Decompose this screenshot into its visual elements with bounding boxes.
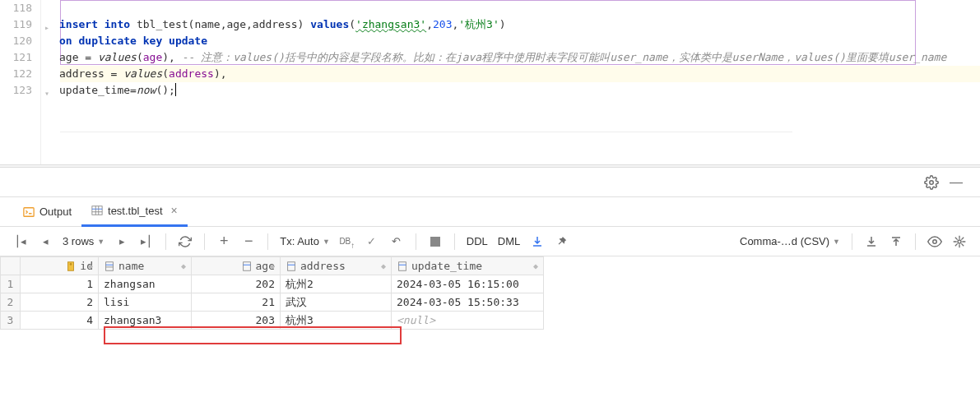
pin-button[interactable] [551, 231, 573, 252]
svg-rect-12 [106, 261, 114, 270]
cell[interactable]: 武汉 [281, 293, 392, 312]
next-page-button[interactable]: ▸ [111, 231, 132, 252]
svg-rect-2 [92, 206, 102, 215]
column-header-age[interactable]: age ◆ [192, 257, 281, 275]
view-mode-button[interactable] [924, 231, 945, 252]
refresh-button[interactable] [174, 231, 196, 252]
tab-result-grid[interactable]: test.tbl_test × [81, 197, 188, 227]
download-button[interactable] [861, 231, 882, 252]
tab-label: test.tbl_test [108, 205, 162, 217]
close-icon[interactable]: × [171, 204, 178, 217]
tab-output[interactable]: Output [13, 197, 81, 227]
cell[interactable]: 1 [21, 275, 99, 293]
column-header-update-time[interactable]: update_time ◆ [392, 257, 544, 275]
row-number: 3 [1, 312, 21, 330]
column-header-address[interactable]: address ◆ [281, 257, 392, 275]
svg-rect-1 [24, 207, 34, 216]
caret [175, 83, 176, 96]
code-text[interactable]: ▸insert into tbl_test(name,age,address) … [41, 0, 980, 164]
column-icon [104, 261, 115, 272]
export-format[interactable]: Comma-…d (CSV)▼ [736, 235, 843, 247]
hide-icon[interactable]: — [949, 175, 964, 190]
row-number: 1 [1, 275, 21, 293]
result-grid[interactable]: id ◆ name ◆ age ◆ [0, 256, 980, 330]
svg-point-11 [70, 263, 72, 266]
sort-icon: ◆ [88, 261, 93, 270]
key-icon [65, 261, 77, 272]
results-header: — [0, 168, 980, 197]
fold-icon[interactable]: ▾ [44, 85, 54, 95]
cell[interactable]: 21 [192, 293, 281, 312]
add-row-button[interactable]: + [213, 231, 235, 252]
prev-page-button[interactable]: ◂ [35, 231, 56, 252]
svg-point-9 [958, 240, 961, 243]
corner-cell[interactable] [1, 257, 21, 275]
rollback-button[interactable]: ↶ [386, 231, 407, 252]
table-row[interactable]: 1 1 zhangsan 202 杭州2 2024-03-05 16:15:00 [1, 275, 544, 293]
chevron-down-icon: ▼ [97, 238, 105, 246]
cell[interactable]: 203 [192, 312, 281, 330]
gear-icon[interactable] [924, 175, 939, 190]
settings-button[interactable] [949, 231, 970, 252]
cell[interactable]: lisi [99, 293, 192, 312]
remove-row-button[interactable]: − [238, 231, 259, 252]
cell[interactable]: 杭州2 [281, 275, 392, 293]
last-page-button[interactable]: ▸⎮ [136, 231, 157, 252]
row-number: 2 [1, 293, 21, 312]
cell[interactable]: <null> [392, 312, 544, 330]
commit-button[interactable]: ✓ [361, 231, 383, 252]
line-number: 118 [0, 0, 32, 16]
cell[interactable]: zhangsan [99, 275, 192, 293]
column-header-name[interactable]: name ◆ [99, 257, 192, 275]
sort-icon: ◆ [270, 261, 275, 270]
line-number: 122 [0, 66, 32, 82]
cell[interactable]: 4 [21, 312, 99, 330]
chevron-down-icon: ▼ [833, 238, 840, 246]
row-count[interactable]: 3 rows▼ [59, 235, 108, 247]
line-number-gutter: 118 119 120 121 122 123 [0, 0, 41, 164]
svg-rect-7 [430, 237, 440, 247]
db-button[interactable]: DB↑ [337, 231, 358, 252]
column-icon [241, 261, 253, 272]
table-icon [91, 205, 103, 216]
stop-button[interactable] [425, 231, 446, 252]
chevron-down-icon: ▼ [323, 238, 330, 246]
cell[interactable]: zhangsan3 [99, 312, 192, 330]
table-row[interactable]: 2 2 lisi 21 武汉 2024-03-05 15:50:33 [1, 293, 544, 312]
cell[interactable]: 202 [192, 275, 281, 293]
cell[interactable]: 2024-03-05 16:15:00 [392, 275, 544, 293]
dml-button[interactable]: DML [495, 235, 523, 247]
cell[interactable]: 2024-03-05 15:50:33 [392, 293, 544, 312]
column-icon [397, 261, 408, 272]
line-number: 121 [0, 49, 32, 66]
tx-mode[interactable]: Tx: Auto▼ [276, 235, 333, 247]
column-icon [286, 261, 297, 272]
cell[interactable]: 杭州3 [281, 312, 392, 330]
table-row[interactable]: 3 4 zhangsan3 203 杭州3 <null> [1, 312, 544, 330]
line-number: 119 [0, 16, 32, 33]
cell[interactable]: 2 [21, 293, 99, 312]
sort-icon: ◆ [381, 261, 386, 270]
result-toolbar: ⎮◂ ◂ 3 rows▼ ▸ ▸⎮ + − Tx: Auto▼ DB↑ ✓ ↶ … [0, 227, 980, 256]
sort-icon: ◆ [181, 261, 186, 270]
line-number: 120 [0, 33, 32, 49]
sql-editor[interactable]: 118 119 120 121 122 123 ▸insert into tbl… [0, 0, 980, 164]
console-icon [23, 206, 35, 218]
tab-label: Output [39, 206, 72, 218]
column-header-id[interactable]: id ◆ [21, 257, 99, 275]
svg-rect-15 [243, 261, 250, 270]
svg-point-8 [933, 239, 937, 243]
line-number: 123 [0, 82, 32, 99]
ddl-button[interactable]: DDL [463, 235, 491, 247]
fold-icon[interactable]: ▸ [44, 20, 54, 30]
svg-rect-17 [288, 261, 295, 270]
import-button[interactable] [527, 231, 548, 252]
svg-point-0 [930, 180, 934, 184]
sort-icon: ◆ [533, 261, 538, 270]
first-page-button[interactable]: ⎮◂ [10, 231, 31, 252]
result-tabs: Output test.tbl_test × [0, 197, 980, 227]
svg-rect-19 [399, 261, 406, 270]
upload-button[interactable] [885, 231, 907, 252]
